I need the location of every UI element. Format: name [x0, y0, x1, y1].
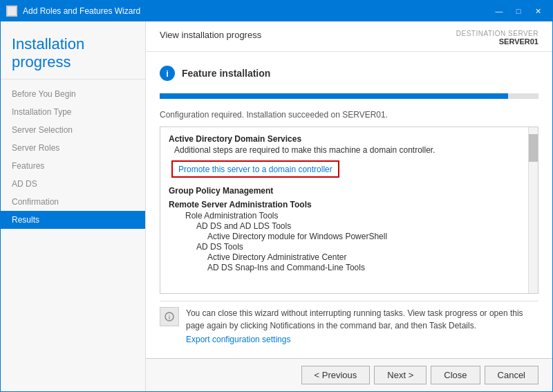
info-box-text: You can close this wizard without interr…	[186, 308, 523, 330]
main-content: Installation progress Before You Begin I…	[1, 21, 552, 391]
title-bar-left: Add Roles and Features Wizard	[6, 6, 140, 17]
destination-label: DESTINATION SERVER	[456, 30, 538, 37]
svg-rect-0	[8, 7, 16, 15]
right-header: View installation progress DESTINATION S…	[146, 21, 552, 52]
cancel-button[interactable]: Cancel	[485, 366, 538, 384]
feature-installation-title: Feature installation	[182, 68, 270, 79]
section-title-rsat: Remote Server Administration Tools	[169, 200, 529, 209]
close-button[interactable]: Close	[431, 366, 480, 384]
window-close-button[interactable]: ✕	[529, 4, 547, 18]
sidebar-item-installation-type[interactable]: Installation Type	[1, 103, 145, 121]
svg-text:i: i	[169, 314, 170, 321]
additional-steps-text: Additional steps are required to make th…	[169, 145, 529, 155]
scrollbar[interactable]	[528, 127, 538, 293]
feature-banner: i Feature installation	[160, 60, 538, 84]
section-title-adds: Active Directory Domain Services	[169, 134, 529, 144]
sidebar-heading: Installation progress	[1, 21, 145, 80]
promote-link-container: Promote this server to a domain controll…	[171, 160, 339, 178]
sidebar: Installation progress Before You Begin I…	[1, 21, 146, 391]
maximize-button[interactable]: □	[509, 4, 527, 18]
right-header-title: View installation progress	[160, 30, 261, 40]
previous-button[interactable]: < Previous	[301, 366, 371, 384]
right-body: i Feature installation Configuration req…	[146, 52, 552, 358]
sidebar-item-ad-ds[interactable]: AD DS	[1, 175, 145, 193]
sidebar-item-features[interactable]: Features	[1, 157, 145, 175]
right-panel: View installation progress DESTINATION S…	[146, 21, 552, 391]
results-content: Active Directory Domain Services Additio…	[160, 127, 538, 279]
rsat-item-4: Active Directory Administrative Center	[169, 252, 529, 262]
export-config-link[interactable]: Export configuration settings	[186, 335, 538, 344]
scrollbar-thumb	[529, 134, 538, 162]
next-button[interactable]: Next >	[374, 366, 427, 384]
sidebar-item-confirmation[interactable]: Confirmation	[1, 193, 145, 211]
footer: < Previous Next > Close Cancel	[146, 358, 552, 391]
rsat-item-2: Active Directory module for Windows Powe…	[169, 232, 529, 241]
promote-link[interactable]: Promote this server to a domain controll…	[178, 165, 332, 174]
progress-bar-container	[160, 93, 538, 99]
rsat-item-1: AD DS and AD LDS Tools	[169, 221, 529, 231]
sidebar-item-server-roles[interactable]: Server Roles	[1, 139, 145, 157]
info-box-content: You can close this wizard without interr…	[186, 307, 538, 344]
server-name: SERVER01	[456, 37, 538, 46]
wizard-icon	[6, 6, 17, 17]
sidebar-item-results[interactable]: Results	[1, 211, 145, 229]
sidebar-nav: Before You Begin Installation Type Serve…	[1, 80, 145, 391]
success-text: Configuration required. Installation suc…	[160, 110, 538, 120]
sidebar-item-server-selection[interactable]: Server Selection	[1, 121, 145, 139]
progress-bar	[160, 93, 508, 99]
minimize-button[interactable]: —	[490, 4, 508, 18]
main-window: Add Roles and Features Wizard — □ ✕ Inst…	[0, 0, 553, 392]
window-controls: — □ ✕	[490, 4, 547, 18]
results-box: Active Directory Domain Services Additio…	[160, 127, 538, 294]
title-bar: Add Roles and Features Wizard — □ ✕	[1, 1, 552, 21]
rsat-item-5: AD DS Snap-Ins and Command-Line Tools	[169, 263, 529, 272]
section-title-gpm: Group Policy Management	[169, 186, 529, 196]
rsat-item-0: Role Administration Tools	[169, 211, 529, 221]
feature-info-icon: i	[160, 66, 175, 81]
sidebar-item-before-you-begin[interactable]: Before You Begin	[1, 85, 145, 103]
destination-server: DESTINATION SERVER SERVER01	[456, 30, 538, 46]
window-title: Add Roles and Features Wizard	[23, 6, 140, 16]
rsat-item-3: AD DS Tools	[169, 242, 529, 252]
info-box: i You can close this wizard without inte…	[160, 301, 538, 350]
info-box-icon: i	[160, 307, 179, 326]
